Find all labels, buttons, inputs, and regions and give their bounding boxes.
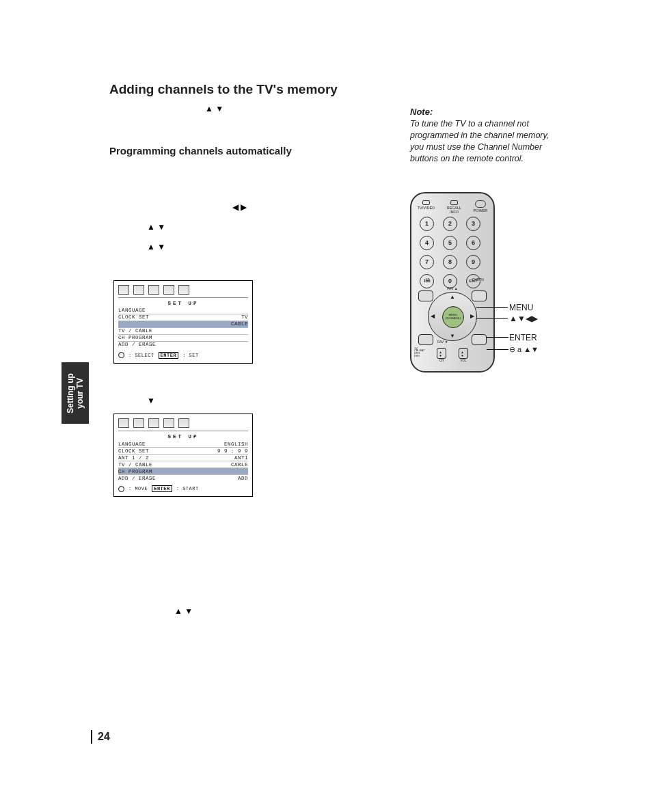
callout-arrows: ▲▼◀▶ [509, 314, 538, 323]
arrow-down: ▼ [147, 396, 155, 405]
callout-line-menu [476, 307, 508, 308]
osd-tab-icon [118, 418, 129, 428]
page-number: 24 [91, 730, 110, 744]
blank-4 [109, 260, 383, 273]
osd-row-label: CLOCK SET [118, 314, 149, 320]
power-button[interactable] [475, 200, 486, 208]
osd-enter-action-label: : START [176, 486, 199, 491]
callout-line-enter [487, 337, 508, 338]
number-button-2[interactable]: 2 [443, 217, 457, 231]
arrow-up-down-a: ▲ ▼ [147, 222, 165, 232]
arrow-up-down-1: ▲ ▼ [205, 104, 223, 113]
arrow-line-lr: ◀ ▶ [109, 201, 383, 214]
vol-rocker[interactable]: ▴▾ [459, 348, 468, 359]
osd-row-value: 9 9 : 9 9 [217, 448, 248, 454]
vol-label: VOL [459, 359, 468, 362]
osd-tab-icon [163, 285, 174, 295]
tv-video-label: TV/VIDEO [418, 206, 435, 210]
osd-row-label: LANGUAGE [118, 308, 146, 313]
arrow-line-d: ▼ [109, 394, 383, 407]
number-button-4[interactable]: 4 [420, 236, 434, 250]
osd-row: TV / CABLE [118, 328, 248, 335]
arrow-left-icon[interactable]: ◀ [431, 313, 435, 319]
d-pad[interactable]: ▲ ▼ ◀ ▶ MENU DVDMENU [428, 292, 477, 341]
osd-tab-icon [148, 418, 159, 428]
arrow-up-icon[interactable]: ▲ [450, 294, 455, 300]
arrow-down-icon[interactable]: ▼ [450, 333, 455, 339]
page-title: Adding channels to the TV's memory [109, 82, 383, 97]
power-label: POWER [474, 208, 488, 213]
blank-3 [109, 182, 383, 195]
arrow-line-ud-a: ▲ ▼ [109, 221, 383, 234]
osd-row: LANGUAGEENGLISH [118, 441, 248, 448]
arrow-line-ud-c: ▲ ▼ [109, 605, 383, 618]
number-button-8[interactable]: 8 [443, 255, 457, 269]
ch-rocker[interactable]: ▴▾ [437, 348, 446, 359]
plus-10-label: +10 [424, 278, 429, 282]
osd-tab-icon [133, 418, 144, 428]
osd-footer: : SELECTENTER: SET [118, 352, 248, 359]
osd-select-label: : MOVE [128, 486, 148, 491]
osd-tab-icon [148, 285, 159, 295]
osd-menu-1: SET UPLANGUAGECLOCK SETTVCABLETV / CABLE… [113, 280, 253, 364]
osd-tab-icon [163, 418, 174, 428]
arrow-right-icon[interactable]: ▶ [470, 313, 474, 319]
number-button-6[interactable]: 6 [466, 236, 480, 250]
osd-row: ADD / ERASEADD [118, 475, 248, 481]
callout-line-icons [487, 349, 508, 350]
osd-row: CH PROGRAM [118, 468, 248, 475]
menu-enter-button[interactable]: MENU DVDMENU [442, 306, 464, 328]
osd-row: ANT 1 / 2ANT1 [118, 455, 248, 461]
subheading: Programming channels automatically [109, 145, 383, 157]
note-body: To tune the TV to a channel not programm… [410, 118, 560, 165]
number-button-7[interactable]: 7 [420, 255, 434, 269]
osd-row: CABLE [118, 321, 248, 328]
osd-row-label: LANGUAGE [118, 442, 146, 447]
osd-row: CLOCK SET9 9 : 9 9 [118, 448, 248, 455]
osd-row-value: ADD [238, 476, 248, 481]
osd-row: LANGUAGE [118, 308, 248, 314]
recall-button[interactable] [450, 200, 458, 205]
osd-row-value: CABLE [231, 321, 248, 327]
tv-video-button[interactable] [422, 200, 430, 205]
number-button-9[interactable]: 9 [466, 255, 480, 269]
osd-row: TV / CABLECABLE [118, 461, 248, 468]
note-heading: Note: [410, 107, 604, 117]
remote-body: TV/VIDEO RECALLINFO POWER 1234567891000E… [410, 192, 495, 373]
osd-row: CLOCK SETTV [118, 314, 248, 321]
callout-enter: ENTER [509, 333, 537, 342]
osd-row-label: CH PROGRAM [118, 335, 152, 340]
osd-row-label: ADD / ERASE [118, 476, 156, 481]
ch-label: CH [437, 359, 446, 362]
fav-up-label: FAV ▲ [435, 286, 470, 290]
number-button-3[interactable]: 3 [466, 217, 480, 231]
osd-select-icon [118, 352, 124, 358]
osd-menu-2: SET UPLANGUAGEENGLISHCLOCK SET9 9 : 9 9A… [113, 414, 253, 497]
fav-down-label: FAV ▼ [437, 340, 448, 344]
number-button-5[interactable]: 5 [443, 236, 457, 250]
callout-menu: MENU [509, 303, 533, 312]
blank-6 [109, 508, 383, 598]
osd-row-label: ADD / ERASE [118, 342, 156, 347]
osd-tab-icon [178, 285, 189, 295]
blank-2 [109, 162, 383, 175]
number-button-1[interactable]: 1 [420, 217, 434, 231]
arrow-up-down-c: ▲ ▼ [174, 606, 193, 616]
osd-row-value: ENGLISH [224, 442, 248, 447]
blank-5 [109, 375, 383, 388]
arrow-up-down-b: ▲ ▼ [147, 242, 165, 252]
osd-row-label: CH PROGRAM [118, 469, 152, 474]
osd-row-label: TV / CABLE [118, 328, 152, 334]
osd-row-value: TV [241, 314, 248, 320]
chrtn-label: CHRTN [472, 278, 484, 282]
osd-enter-button-label: ENTER [159, 352, 179, 359]
osd-row: CH PROGRAM [118, 335, 248, 342]
osd-enter-button-label: ENTER [152, 485, 172, 492]
osd-select-icon [118, 486, 124, 492]
tab-line-1: Setting up [66, 373, 75, 414]
osd-select-label: : SELECT [128, 353, 154, 358]
osd-enter-action-label: : SET [182, 353, 199, 358]
intro-para: ▲ ▼ [109, 103, 383, 116]
dvdmenu-label: DVDMENU [446, 317, 461, 321]
callout-icons: ⊖ a ▲▼ [509, 345, 539, 354]
